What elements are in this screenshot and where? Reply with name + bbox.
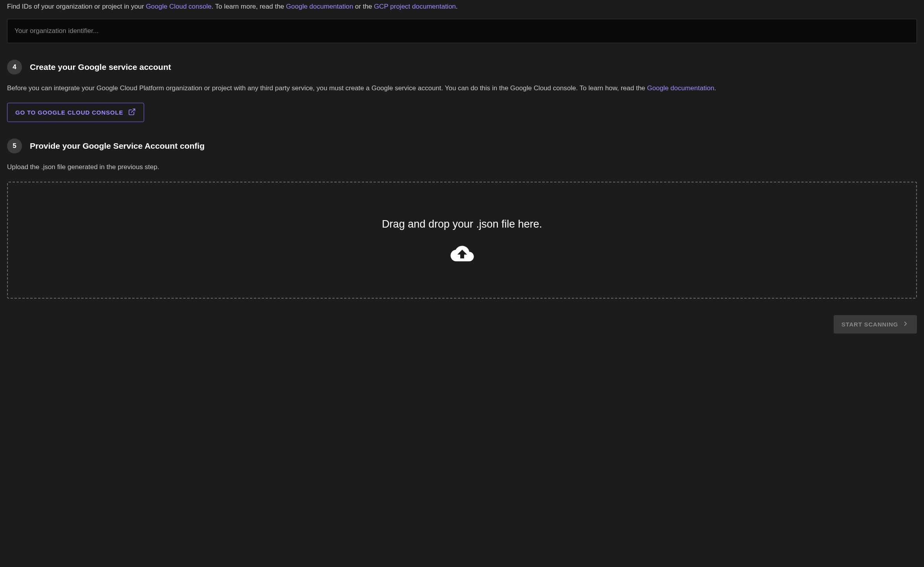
step-4-title: Create your Google service account (30, 61, 171, 73)
step-4-badge: 4 (7, 60, 22, 75)
start-scanning-button[interactable]: START SCANNING (834, 315, 917, 334)
step-4-header: 4 Create your Google service account (7, 60, 917, 75)
step-4-desc-prefix: Before you can integrate your Google Clo… (7, 84, 647, 92)
intro-mid1: . To learn more, read the (212, 3, 286, 10)
intro-prefix: Find IDs of your organization or project… (7, 3, 146, 10)
intro-mid2: or the (353, 3, 374, 10)
dropzone-text: Drag and drop your .json file here. (382, 216, 542, 232)
step-5-description: Upload the .json file generated in the p… (7, 162, 917, 172)
google-documentation-link[interactable]: Google documentation (286, 3, 353, 10)
step-4-google-documentation-link[interactable]: Google documentation (647, 84, 714, 92)
external-link-icon (128, 108, 136, 117)
go-to-google-cloud-console-button[interactable]: GO TO GOOGLE CLOUD CONSOLE (7, 103, 144, 122)
gcp-project-documentation-link[interactable]: GCP project documentation (374, 3, 456, 10)
json-file-dropzone[interactable]: Drag and drop your .json file here. (7, 182, 917, 299)
google-cloud-console-link[interactable]: Google Cloud console (146, 3, 211, 10)
step-5-header: 5 Provide your Google Service Account co… (7, 139, 917, 153)
go-to-console-button-label: GO TO GOOGLE CLOUD CONSOLE (15, 109, 123, 116)
chevron-right-icon (902, 320, 909, 328)
step-4-desc-suffix: . (714, 84, 716, 92)
step-5-title: Provide your Google Service Account conf… (30, 140, 205, 152)
intro-suffix: . (456, 3, 458, 10)
step-4-description: Before you can integrate your Google Clo… (7, 83, 917, 93)
svg-line-0 (131, 109, 135, 112)
cloud-upload-icon (450, 245, 474, 264)
footer-actions: START SCANNING (7, 315, 917, 334)
organization-identifier-input[interactable] (7, 19, 917, 43)
start-scanning-label: START SCANNING (842, 321, 898, 328)
intro-paragraph: Find IDs of your organization or project… (7, 2, 917, 12)
step-5-badge: 5 (7, 139, 22, 153)
step-4-number: 4 (13, 62, 16, 72)
step-5-number: 5 (13, 141, 16, 151)
